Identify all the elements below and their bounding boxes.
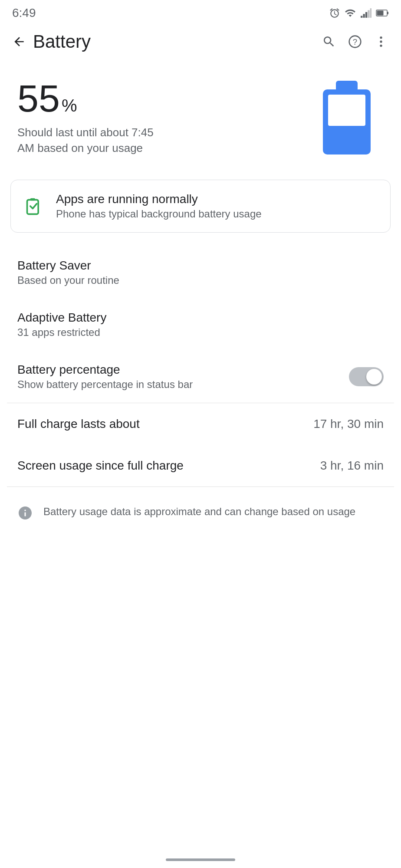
screen-usage-row: Screen usage since full charge 3 hr, 16 … bbox=[0, 445, 401, 487]
toggle-thumb bbox=[366, 369, 382, 385]
battery-check-icon bbox=[25, 197, 44, 216]
divider-2 bbox=[7, 487, 394, 487]
app-bar-actions: ? bbox=[318, 30, 392, 53]
back-arrow-icon bbox=[12, 35, 26, 49]
full-charge-label: Full charge lasts about bbox=[17, 417, 140, 431]
status-card-text: Apps are running normally Phone has typi… bbox=[56, 192, 262, 220]
back-button[interactable] bbox=[9, 31, 30, 52]
svg-rect-16 bbox=[27, 200, 39, 214]
status-time: 6:49 bbox=[12, 6, 36, 20]
status-card-icon-container bbox=[25, 197, 44, 216]
settings-list: Battery Saver Based on your routine Adap… bbox=[0, 247, 401, 403]
svg-rect-4 bbox=[370, 8, 371, 18]
svg-rect-7 bbox=[377, 11, 384, 16]
more-options-button[interactable] bbox=[370, 30, 392, 53]
bottom-note-text: Battery usage data is approximate and ca… bbox=[43, 504, 355, 519]
svg-point-10 bbox=[380, 36, 382, 39]
status-card-title: Apps are running normally bbox=[56, 192, 262, 206]
battery-saver-item[interactable]: Battery Saver Based on your routine bbox=[10, 247, 391, 299]
battery-icon-container bbox=[319, 76, 375, 159]
full-charge-row: Full charge lasts about 17 hr, 30 min bbox=[0, 403, 401, 445]
svg-rect-14 bbox=[336, 81, 358, 92]
more-vert-icon bbox=[374, 35, 388, 49]
battery-status-icon bbox=[376, 7, 389, 19]
battery-text-info: 55 % Should last until about 7:45 AM bas… bbox=[17, 79, 319, 156]
screen-usage-label: Screen usage since full charge bbox=[17, 459, 184, 473]
battery-saver-subtitle: Based on your routine bbox=[17, 274, 119, 286]
adaptive-battery-subtitle: 31 apps restricted bbox=[17, 326, 106, 339]
battery-estimate: Should last until about 7:45 AM based on… bbox=[17, 125, 165, 156]
status-icons bbox=[329, 7, 389, 19]
search-button[interactable] bbox=[318, 30, 340, 53]
battery-saver-text: Battery Saver Based on your routine bbox=[17, 259, 119, 286]
signal-icon bbox=[360, 7, 371, 19]
svg-rect-0 bbox=[361, 16, 362, 18]
home-indicator bbox=[166, 858, 235, 861]
screen-usage-value: 3 hr, 16 min bbox=[320, 459, 384, 473]
battery-percentage-text: Battery percentage Show battery percenta… bbox=[17, 363, 193, 391]
battery-percentage-title: Battery percentage bbox=[17, 363, 193, 377]
battery-info-section: 55 % Should last until about 7:45 AM bas… bbox=[0, 59, 401, 176]
battery-percentage-toggle[interactable] bbox=[349, 367, 384, 386]
battery-saver-title: Battery Saver bbox=[17, 259, 119, 273]
svg-rect-3 bbox=[368, 10, 369, 18]
wifi-icon bbox=[345, 7, 356, 19]
help-icon: ? bbox=[348, 35, 362, 49]
status-card[interactable]: Apps are running normally Phone has typi… bbox=[10, 180, 391, 233]
battery-percent-number: 55 bbox=[17, 79, 60, 118]
svg-point-11 bbox=[380, 40, 382, 43]
search-icon bbox=[322, 35, 336, 49]
battery-percent-line: 55 % bbox=[17, 79, 319, 118]
svg-rect-2 bbox=[365, 12, 367, 18]
svg-point-12 bbox=[380, 45, 382, 47]
app-bar: Battery ? bbox=[0, 24, 401, 59]
full-charge-value: 17 hr, 30 min bbox=[313, 417, 384, 431]
battery-percentage-subtitle: Show battery percentage in status bar bbox=[17, 378, 193, 391]
svg-text:?: ? bbox=[353, 37, 357, 46]
adaptive-battery-title: Adaptive Battery bbox=[17, 311, 106, 325]
help-button[interactable]: ? bbox=[344, 30, 366, 53]
adaptive-battery-text: Adaptive Battery 31 apps restricted bbox=[17, 311, 106, 339]
svg-rect-6 bbox=[387, 12, 388, 14]
svg-rect-17 bbox=[30, 198, 35, 201]
battery-percent-symbol: % bbox=[62, 96, 77, 115]
svg-rect-1 bbox=[363, 14, 365, 18]
info-icon bbox=[17, 505, 33, 521]
battery-percentage-item[interactable]: Battery percentage Show battery percenta… bbox=[10, 351, 391, 403]
adaptive-battery-item[interactable]: Adaptive Battery 31 apps restricted bbox=[10, 299, 391, 351]
svg-rect-15 bbox=[328, 95, 365, 126]
battery-level-icon bbox=[319, 76, 375, 159]
status-bar: 6:49 bbox=[0, 0, 401, 24]
bottom-note: Battery usage data is approximate and ca… bbox=[0, 490, 401, 535]
alarm-icon bbox=[329, 7, 340, 19]
info-circle-icon bbox=[17, 505, 33, 521]
page-title: Battery bbox=[33, 31, 318, 52]
status-card-subtitle: Phone has typical background battery usa… bbox=[56, 208, 262, 220]
